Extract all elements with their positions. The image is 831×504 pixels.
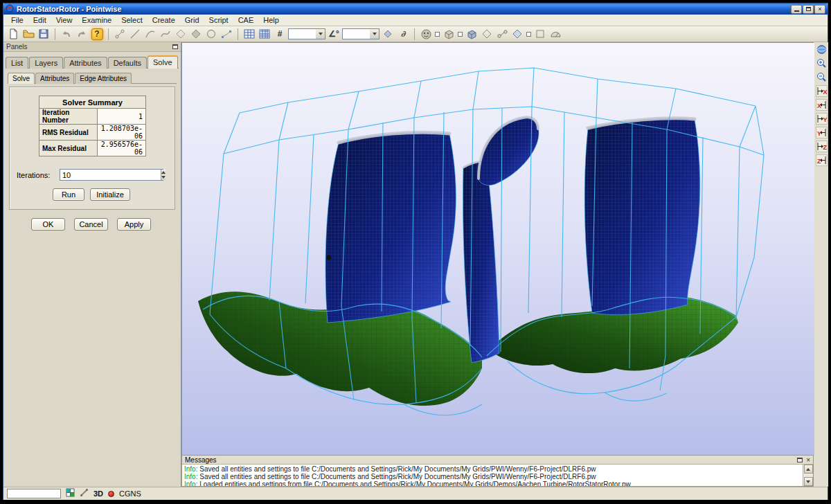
- log-line: Info: Saved all entities and settings to…: [184, 465, 801, 473]
- messages-caption-bar[interactable]: Messages ×: [182, 456, 813, 465]
- menu-grid[interactable]: Grid: [180, 15, 204, 25]
- grid-status-icon[interactable]: [66, 487, 75, 500]
- circle-tool-icon[interactable]: [204, 27, 218, 41]
- cube-icon[interactable]: [442, 27, 456, 41]
- line-tool-icon[interactable]: [128, 27, 142, 41]
- solver-summary-table: Solver Summary Iteration Number 1 RMS Re…: [39, 96, 146, 156]
- menu-create[interactable]: Create: [148, 15, 180, 25]
- ok-button[interactable]: OK: [31, 218, 65, 231]
- scroll-down-icon[interactable]: [804, 477, 813, 486]
- run-button[interactable]: Run: [53, 188, 84, 201]
- zoom-in-icon[interactable]: [816, 57, 828, 69]
- grid-cells-icon[interactable]: [258, 27, 271, 41]
- spin-down-icon[interactable]: [161, 175, 166, 181]
- viewport-scene: [182, 43, 814, 456]
- menu-script[interactable]: Script: [204, 15, 233, 25]
- subtab-edge-attributes[interactable]: Edge Attributes: [75, 73, 132, 84]
- save-icon[interactable]: [37, 27, 51, 41]
- angle-combo[interactable]: [342, 28, 379, 39]
- partial-derivative-icon[interactable]: ∂: [396, 27, 410, 41]
- display-checkbox[interactable]: [435, 32, 440, 37]
- dimension-mode-label[interactable]: 3D: [93, 489, 103, 498]
- view-plus-z-button[interactable]: Z: [816, 141, 828, 152]
- tab-list[interactable]: List: [6, 57, 28, 69]
- panels-caption-bar[interactable]: Panels: [3, 42, 181, 52]
- initialize-button[interactable]: Initialize: [90, 188, 130, 201]
- float-panel-icon[interactable]: [172, 44, 178, 49]
- new-file-icon[interactable]: [6, 27, 20, 41]
- menu-edit[interactable]: Edit: [28, 15, 51, 25]
- close-button[interactable]: ×: [814, 5, 825, 14]
- float-messages-icon[interactable]: [797, 458, 803, 462]
- point-marker[interactable]: [327, 255, 332, 260]
- grid-table-icon[interactable]: [242, 27, 256, 41]
- close-messages-icon[interactable]: ×: [806, 457, 810, 463]
- menu-cae[interactable]: CAE: [233, 15, 259, 25]
- dimension-combo[interactable]: [288, 28, 325, 39]
- view-minus-x-button[interactable]: X: [816, 99, 828, 111]
- connector-tool-icon[interactable]: [113, 27, 127, 41]
- angle-combo-arrow[interactable]: [370, 29, 379, 39]
- dimension-combo-input[interactable]: [289, 30, 315, 38]
- view-plus-x-button[interactable]: X: [816, 85, 828, 97]
- tab-defaults[interactable]: Defaults: [108, 57, 147, 69]
- messages-scrollbar[interactable]: [803, 465, 813, 486]
- cancel-button[interactable]: Cancel: [74, 218, 108, 231]
- rotate-view-icon[interactable]: [816, 44, 828, 55]
- spline-tool-icon[interactable]: [159, 27, 172, 41]
- panels-caption: Panels: [6, 43, 172, 51]
- zoom-out-icon[interactable]: [816, 71, 828, 83]
- spin-up-icon[interactable]: [161, 170, 166, 175]
- display-checkbox[interactable]: [526, 32, 531, 37]
- iterations-spinner[interactable]: [60, 169, 163, 181]
- panels-dock: Panels List Layers Attributes Defaults S…: [3, 42, 181, 487]
- view-minus-z-button[interactable]: Z: [816, 154, 828, 166]
- display-checkbox[interactable]: [458, 32, 463, 37]
- view-minus-y-button[interactable]: Y: [816, 127, 828, 138]
- viewport-3d[interactable]: [181, 42, 814, 455]
- angle-icon: ∠°: [327, 27, 341, 41]
- ruler-status-icon[interactable]: [80, 487, 89, 500]
- menu-help[interactable]: Help: [258, 15, 284, 25]
- diamond-node-icon[interactable]: [510, 27, 524, 41]
- minimize-button[interactable]: [791, 5, 802, 14]
- svg-text:Z: Z: [817, 158, 821, 165]
- examine-mask-icon[interactable]: [419, 27, 433, 41]
- blade-left[interactable]: [325, 132, 456, 323]
- subtab-solve[interactable]: Solve: [8, 73, 35, 84]
- menu-select[interactable]: Select: [116, 15, 148, 25]
- menu-examine[interactable]: Examine: [77, 15, 116, 25]
- menu-view[interactable]: View: [51, 15, 78, 25]
- apply-button[interactable]: Apply: [117, 218, 151, 231]
- title-bar[interactable]: RotorStatorRotor - Pointwise ×: [3, 3, 828, 15]
- shaded-cube-icon[interactable]: [465, 27, 479, 41]
- filled-diamond-tool-icon[interactable]: [189, 27, 203, 41]
- redo-icon[interactable]: [75, 27, 89, 41]
- angle-combo-input[interactable]: [343, 30, 369, 38]
- tab-solve[interactable]: Solve: [148, 55, 178, 69]
- tab-layers[interactable]: Layers: [29, 57, 63, 69]
- menu-file[interactable]: File: [6, 15, 28, 25]
- open-folder-icon[interactable]: [21, 27, 35, 41]
- spacing-diamond-icon[interactable]: [381, 27, 395, 41]
- node-link-icon[interactable]: [495, 27, 509, 41]
- restore-button[interactable]: [803, 5, 814, 14]
- curve-tool-icon[interactable]: [143, 27, 157, 41]
- protractor-icon[interactable]: [548, 27, 562, 41]
- undo-icon[interactable]: [60, 27, 73, 41]
- status-command-input[interactable]: [7, 489, 61, 498]
- view-plus-y-button[interactable]: Y: [816, 113, 828, 125]
- scroll-up-icon[interactable]: [804, 465, 813, 474]
- iterations-input[interactable]: [60, 171, 161, 179]
- diamond-outline-icon[interactable]: [480, 27, 494, 41]
- help-icon[interactable]: ?: [90, 27, 104, 41]
- subtab-attributes[interactable]: Attributes: [35, 73, 74, 84]
- diamond-tool-icon[interactable]: [174, 27, 188, 41]
- help-question-glyph: ?: [91, 28, 103, 40]
- join-tool-icon[interactable]: [220, 27, 233, 41]
- dimension-combo-arrow[interactable]: [316, 29, 325, 39]
- blade-right[interactable]: [584, 118, 700, 315]
- iterations-spin-buttons[interactable]: [161, 170, 166, 180]
- square-tool-icon[interactable]: [533, 27, 547, 41]
- tab-attributes[interactable]: Attributes: [64, 57, 107, 69]
